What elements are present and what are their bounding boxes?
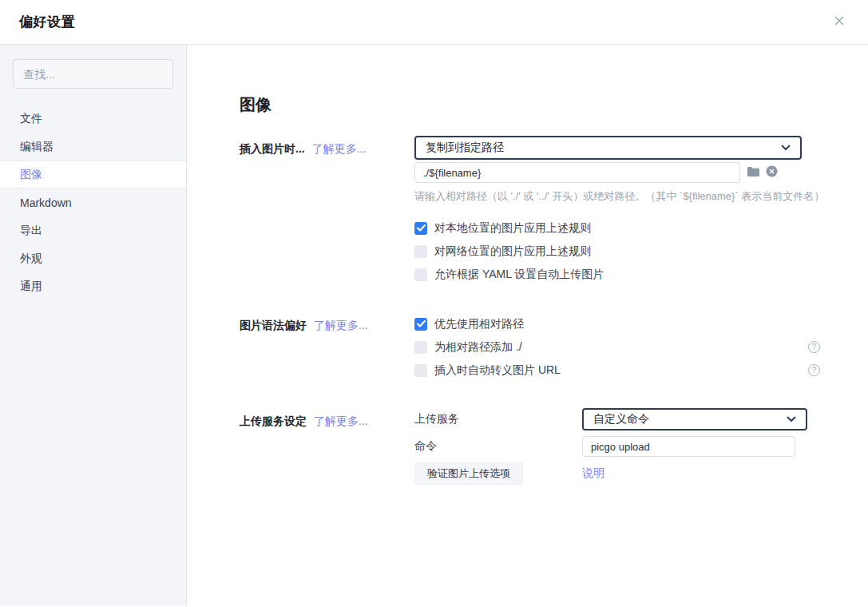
prefer-relative-path-row[interactable]: 优先使用相对路径 [414, 317, 820, 331]
image-syntax-label: 图片语法偏好 [240, 319, 307, 331]
validate-upload-button[interactable]: 验证图片上传选项 [414, 462, 523, 485]
image-syntax-section: 图片语法偏好了解更多... 优先使用相对路径 [240, 317, 868, 377]
add-dot-slash-row[interactable]: 为相对路径添加 ./ ? [414, 340, 820, 354]
sidebar-item-image[interactable]: 图像 [0, 161, 186, 188]
insert-learn-more-link[interactable]: 了解更多... [312, 142, 367, 155]
syntax-learn-more-link[interactable]: 了解更多... [314, 319, 368, 331]
upload-learn-more-link[interactable]: 了解更多... [314, 415, 368, 427]
copy-path-input[interactable] [414, 162, 740, 183]
close-icon [832, 14, 846, 30]
page-title: 图像 [240, 93, 868, 116]
insert-image-label-group: 插入图片时...了解更多... [240, 136, 414, 281]
yaml-auto-upload-row[interactable]: 允许根据 YAML 设置自动上传图片 [414, 268, 820, 281]
insert-mode-select[interactable]: 复制到指定路径 [414, 136, 802, 160]
add-dot-slash-label: 为相对路径添加 ./ [434, 340, 522, 355]
clear-path-button[interactable] [766, 165, 778, 180]
sidebar-item-editor[interactable]: 编辑器 [0, 133, 186, 161]
search-input[interactable] [13, 59, 173, 89]
upload-service-label: 上传服务设定 [240, 415, 307, 427]
escape-url-checkbox[interactable] [414, 364, 427, 377]
browse-folder-button[interactable] [747, 166, 760, 180]
upload-doc-link[interactable]: 说明 [582, 466, 604, 481]
yaml-auto-upload-label: 允许根据 YAML 设置自动上传图片 [434, 268, 604, 282]
sidebar-item-file[interactable]: 文件 [0, 105, 186, 133]
upload-service-select[interactable]: 自定义命令 [582, 408, 807, 430]
upload-service-section: 上传服务设定了解更多... 上传服务 自定义命令 命令 [240, 408, 868, 485]
add-dot-slash-checkbox[interactable] [414, 341, 427, 354]
upload-service-field-label: 上传服务 [414, 412, 582, 426]
chevron-down-icon [787, 416, 796, 423]
apply-network-images-row[interactable]: 对网络位置的图片应用上述规则 [414, 244, 820, 258]
insert-image-section: 插入图片时...了解更多... 复制到指定路径 [240, 136, 868, 281]
sidebar-item-appearance[interactable]: 外观 [0, 244, 186, 272]
apply-network-images-label: 对网络位置的图片应用上述规则 [434, 244, 591, 259]
insert-mode-value: 复制到指定路径 [426, 141, 504, 155]
insert-image-label: 插入图片时... [240, 142, 305, 155]
prefer-relative-path-checkbox[interactable] [414, 318, 427, 331]
preferences-window: 偏好设置 文件 编辑器 图像 Markdown 导出 外观 通用 图像 插入图片… [0, 0, 868, 607]
help-icon[interactable]: ? [808, 364, 820, 376]
image-settings-panel: 图像 插入图片时...了解更多... 复制到指定路径 [187, 45, 868, 606]
path-hint-text: 请输入相对路径（以 './' 或 '../' 开头）或绝对路径。（其中 `${f… [414, 189, 868, 204]
apply-local-images-label: 对本地位置的图片应用上述规则 [434, 221, 591, 236]
apply-local-images-row[interactable]: 对本地位置的图片应用上述规则 [414, 221, 820, 235]
clear-icon [766, 165, 778, 180]
sidebar: 文件 编辑器 图像 Markdown 导出 外观 通用 [0, 45, 187, 606]
close-button[interactable] [830, 13, 849, 32]
prefer-relative-path-label: 优先使用相对路径 [434, 317, 524, 331]
sidebar-item-general[interactable]: 通用 [0, 272, 186, 300]
command-input[interactable] [582, 436, 795, 457]
sidebar-item-export[interactable]: 导出 [0, 216, 186, 244]
yaml-auto-upload-checkbox[interactable] [414, 268, 427, 281]
escape-url-row[interactable]: 插入时自动转义图片 URL ? [414, 363, 820, 377]
help-icon[interactable]: ? [808, 341, 820, 353]
apply-local-images-checkbox[interactable] [414, 222, 427, 235]
image-syntax-label-group: 图片语法偏好了解更多... [240, 317, 414, 377]
upload-service-label-group: 上传服务设定了解更多... [240, 408, 414, 485]
titlebar: 偏好设置 [0, 0, 868, 45]
upload-service-value: 自定义命令 [593, 412, 649, 426]
chevron-down-icon [781, 145, 791, 151]
folder-icon [747, 166, 760, 180]
command-field-label: 命令 [414, 439, 582, 454]
window-title: 偏好设置 [19, 13, 75, 31]
escape-url-label: 插入时自动转义图片 URL [434, 363, 561, 378]
apply-network-images-checkbox[interactable] [414, 245, 427, 258]
sidebar-item-markdown[interactable]: Markdown [0, 188, 186, 216]
